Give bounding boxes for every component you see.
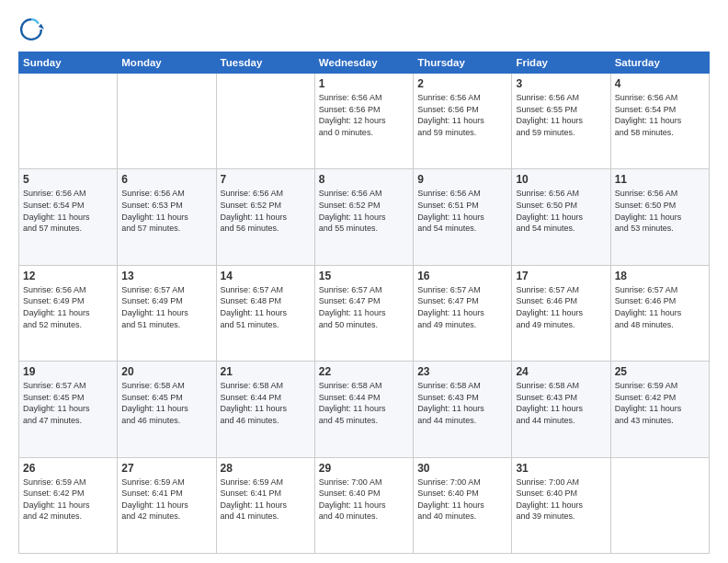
day-number: 12	[23, 270, 113, 282]
calendar-table: SundayMondayTuesdayWednesdayThursdayFrid…	[18, 52, 710, 554]
day-number: 21	[221, 365, 311, 378]
day-number: 29	[319, 462, 409, 475]
cell-info: Sunrise: 6:58 AM Sunset: 6:45 PM Dayligh…	[121, 380, 211, 426]
cell-info: Sunrise: 6:58 AM Sunset: 6:43 PM Dayligh…	[516, 380, 606, 426]
day-number: 22	[319, 365, 409, 378]
calendar-cell: 30Sunrise: 7:00 AM Sunset: 6:40 PM Dayli…	[414, 457, 512, 553]
calendar-cell: 7Sunrise: 6:56 AM Sunset: 6:52 PM Daylig…	[216, 169, 314, 265]
calendar-cell: 23Sunrise: 6:58 AM Sunset: 6:43 PM Dayli…	[414, 362, 512, 457]
cell-info: Sunrise: 6:57 AM Sunset: 6:46 PM Dayligh…	[516, 284, 606, 330]
calendar-cell: 9Sunrise: 6:56 AM Sunset: 6:51 PM Daylig…	[414, 169, 512, 265]
cell-info: Sunrise: 6:56 AM Sunset: 6:50 PM Dayligh…	[516, 188, 606, 234]
calendar-week-row: 26Sunrise: 6:59 AM Sunset: 6:42 PM Dayli…	[19, 457, 710, 553]
svg-marker-0	[39, 24, 44, 29]
calendar-cell: 12Sunrise: 6:56 AM Sunset: 6:49 PM Dayli…	[19, 265, 118, 361]
day-number: 26	[23, 462, 113, 475]
cell-info: Sunrise: 6:57 AM Sunset: 6:47 PM Dayligh…	[417, 284, 507, 330]
calendar-week-row: 5Sunrise: 6:56 AM Sunset: 6:54 PM Daylig…	[19, 169, 710, 265]
logo	[18, 17, 48, 42]
cell-info: Sunrise: 6:59 AM Sunset: 6:41 PM Dayligh…	[121, 477, 211, 523]
calendar-cell: 31Sunrise: 7:00 AM Sunset: 6:40 PM Dayli…	[512, 457, 610, 553]
calendar-cell	[610, 457, 709, 553]
day-number: 27	[121, 462, 211, 475]
calendar-cell: 28Sunrise: 6:59 AM Sunset: 6:41 PM Dayli…	[216, 457, 314, 553]
cell-info: Sunrise: 6:59 AM Sunset: 6:41 PM Dayligh…	[221, 477, 311, 523]
day-number: 31	[516, 462, 606, 475]
day-number: 10	[516, 173, 606, 186]
calendar-cell: 8Sunrise: 6:56 AM Sunset: 6:52 PM Daylig…	[314, 169, 413, 265]
day-number: 13	[121, 270, 211, 282]
day-number: 6	[121, 173, 211, 186]
cell-info: Sunrise: 6:59 AM Sunset: 6:42 PM Dayligh…	[23, 477, 113, 523]
calendar-cell: 20Sunrise: 6:58 AM Sunset: 6:45 PM Dayli…	[118, 362, 216, 457]
day-number: 23	[417, 365, 507, 378]
calendar-cell: 2Sunrise: 6:56 AM Sunset: 6:56 PM Daylig…	[414, 74, 512, 169]
day-number: 2	[417, 77, 507, 90]
logo-icon	[18, 17, 44, 42]
cell-info: Sunrise: 7:00 AM Sunset: 6:40 PM Dayligh…	[319, 477, 409, 523]
day-header-friday: Friday	[512, 52, 610, 74]
calendar-week-row: 12Sunrise: 6:56 AM Sunset: 6:49 PM Dayli…	[19, 265, 710, 361]
day-number: 8	[319, 173, 409, 186]
cell-info: Sunrise: 6:56 AM Sunset: 6:56 PM Dayligh…	[319, 92, 409, 138]
calendar-cell: 22Sunrise: 6:58 AM Sunset: 6:44 PM Dayli…	[314, 362, 413, 457]
day-header-thursday: Thursday	[414, 52, 512, 74]
cell-info: Sunrise: 6:56 AM Sunset: 6:51 PM Dayligh…	[417, 188, 507, 234]
calendar-week-row: 19Sunrise: 6:57 AM Sunset: 6:45 PM Dayli…	[19, 362, 710, 457]
day-header-monday: Monday	[118, 52, 216, 74]
day-number: 19	[23, 365, 113, 378]
cell-info: Sunrise: 6:57 AM Sunset: 6:47 PM Dayligh…	[319, 284, 409, 330]
day-number: 15	[319, 270, 409, 282]
cell-info: Sunrise: 6:58 AM Sunset: 6:44 PM Dayligh…	[319, 380, 409, 426]
calendar-cell	[19, 74, 118, 169]
cell-info: Sunrise: 6:56 AM Sunset: 6:54 PM Dayligh…	[23, 188, 113, 234]
cell-info: Sunrise: 6:56 AM Sunset: 6:56 PM Dayligh…	[417, 92, 507, 138]
calendar-cell: 16Sunrise: 6:57 AM Sunset: 6:47 PM Dayli…	[414, 265, 512, 361]
day-header-saturday: Saturday	[610, 52, 709, 74]
day-number: 28	[221, 462, 311, 475]
calendar-cell	[216, 74, 314, 169]
day-number: 4	[615, 77, 705, 90]
day-number: 20	[121, 365, 211, 378]
day-number: 16	[417, 270, 507, 282]
day-number: 18	[615, 270, 705, 282]
calendar-cell: 26Sunrise: 6:59 AM Sunset: 6:42 PM Dayli…	[19, 457, 118, 553]
calendar-cell: 5Sunrise: 6:56 AM Sunset: 6:54 PM Daylig…	[19, 169, 118, 265]
calendar-cell: 6Sunrise: 6:56 AM Sunset: 6:53 PM Daylig…	[118, 169, 216, 265]
cell-info: Sunrise: 6:56 AM Sunset: 6:55 PM Dayligh…	[516, 92, 606, 138]
calendar-cell: 1Sunrise: 6:56 AM Sunset: 6:56 PM Daylig…	[314, 74, 413, 169]
calendar-cell: 29Sunrise: 7:00 AM Sunset: 6:40 PM Dayli…	[314, 457, 413, 553]
day-number: 11	[615, 173, 705, 186]
cell-info: Sunrise: 6:58 AM Sunset: 6:43 PM Dayligh…	[417, 380, 507, 426]
calendar-cell	[118, 74, 216, 169]
calendar-cell: 17Sunrise: 6:57 AM Sunset: 6:46 PM Dayli…	[512, 265, 610, 361]
cell-info: Sunrise: 6:56 AM Sunset: 6:50 PM Dayligh…	[615, 188, 705, 234]
calendar-cell: 10Sunrise: 6:56 AM Sunset: 6:50 PM Dayli…	[512, 169, 610, 265]
day-header-wednesday: Wednesday	[314, 52, 413, 74]
day-number: 5	[23, 173, 113, 186]
calendar-cell: 3Sunrise: 6:56 AM Sunset: 6:55 PM Daylig…	[512, 74, 610, 169]
day-number: 25	[615, 365, 705, 378]
cell-info: Sunrise: 6:56 AM Sunset: 6:53 PM Dayligh…	[121, 188, 211, 234]
calendar-cell: 14Sunrise: 6:57 AM Sunset: 6:48 PM Dayli…	[216, 265, 314, 361]
day-number: 17	[516, 270, 606, 282]
day-header-sunday: Sunday	[19, 52, 118, 74]
page: SundayMondayTuesdayWednesdayThursdayFrid…	[0, 0, 728, 563]
day-number: 24	[516, 365, 606, 378]
calendar-cell: 24Sunrise: 6:58 AM Sunset: 6:43 PM Dayli…	[512, 362, 610, 457]
calendar-week-row: 1Sunrise: 6:56 AM Sunset: 6:56 PM Daylig…	[19, 74, 710, 169]
cell-info: Sunrise: 6:58 AM Sunset: 6:44 PM Dayligh…	[221, 380, 311, 426]
calendar-cell: 13Sunrise: 6:57 AM Sunset: 6:49 PM Dayli…	[118, 265, 216, 361]
cell-info: Sunrise: 7:00 AM Sunset: 6:40 PM Dayligh…	[516, 477, 606, 523]
calendar-cell: 11Sunrise: 6:56 AM Sunset: 6:50 PM Dayli…	[610, 169, 709, 265]
cell-info: Sunrise: 6:56 AM Sunset: 6:52 PM Dayligh…	[319, 188, 409, 234]
calendar-header-row: SundayMondayTuesdayWednesdayThursdayFrid…	[19, 52, 710, 74]
calendar-cell: 27Sunrise: 6:59 AM Sunset: 6:41 PM Dayli…	[118, 457, 216, 553]
calendar-cell: 15Sunrise: 6:57 AM Sunset: 6:47 PM Dayli…	[314, 265, 413, 361]
cell-info: Sunrise: 6:56 AM Sunset: 6:54 PM Dayligh…	[615, 92, 705, 138]
day-number: 9	[417, 173, 507, 186]
cell-info: Sunrise: 6:56 AM Sunset: 6:49 PM Dayligh…	[23, 284, 113, 330]
cell-info: Sunrise: 6:56 AM Sunset: 6:52 PM Dayligh…	[221, 188, 311, 234]
day-header-tuesday: Tuesday	[216, 52, 314, 74]
cell-info: Sunrise: 6:57 AM Sunset: 6:46 PM Dayligh…	[615, 284, 705, 330]
